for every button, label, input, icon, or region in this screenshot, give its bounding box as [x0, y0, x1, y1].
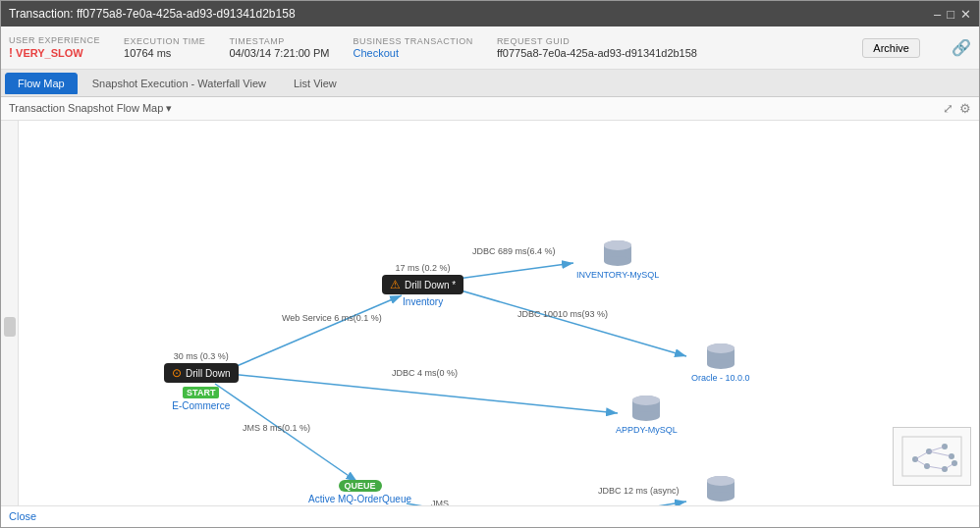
title-bar: Transaction: ff0775a8-7e0a-425a-ad93-d91…	[1, 1, 979, 26]
edge-label-jms-8: JMS 8 ms(0.1 %)	[243, 423, 310, 433]
main-content: JDBC 689 ms(6.4 %) JDBC 10010 ms(93 %) W…	[1, 121, 979, 505]
sub-header-controls: ⤢ ⚙	[943, 101, 971, 116]
svg-point-15	[707, 343, 735, 353]
flow-svg	[19, 121, 979, 505]
execution-time-label: EXECUTION TIME	[124, 36, 205, 46]
svg-line-33	[929, 447, 945, 451]
tab-waterfall[interactable]: Snapshot Execution - Waterfall View	[80, 73, 279, 94]
expand-icon[interactable]: ⤢	[943, 101, 953, 116]
svg-line-35	[915, 459, 927, 466]
user-experience-label: USER EXPERIENCE	[9, 35, 100, 45]
edge-label-jdbc-10010: JDBC 10010 ms(93 %)	[517, 309, 608, 319]
svg-point-19	[632, 396, 660, 405]
svg-line-36	[927, 466, 945, 469]
request-guid-group: REQUEST GUID ff0775a8-7e0a-425a-ad93-d91…	[497, 36, 697, 59]
edge-label-jms: JMS	[431, 499, 449, 505]
tab-bar: Flow Map Snapshot Execution - Waterfall …	[1, 70, 979, 97]
db-appdy-icon	[628, 394, 664, 423]
maximize-button[interactable]: □	[947, 7, 954, 22]
svg-line-32	[915, 451, 929, 459]
minimize-button[interactable]: –	[934, 7, 941, 22]
appdy-mysql-node[interactable]: APPDY-MySQL	[616, 394, 678, 435]
ecommerce-node[interactable]: 30 ms (0.3 %) ⊙ Drill Down START E-Comme…	[164, 351, 239, 411]
svg-point-11	[604, 240, 631, 250]
ecommerce-drill-down[interactable]: ⊙ Drill Down	[164, 363, 239, 383]
edge-label-jdbc-4: JDBC 4 ms(0 %)	[392, 368, 458, 378]
execution-time-group: EXECUTION TIME 10764 ms	[124, 36, 205, 59]
request-guid-value: ff0775a8-7e0a-425a-ad93-d91341d2b158	[497, 47, 697, 59]
left-slider	[1, 121, 19, 505]
ecommerce-start-badge: START	[183, 387, 219, 398]
svg-line-6	[407, 503, 510, 505]
edge-label-jdbc-12: JDBC 12 ms (async)	[598, 486, 680, 496]
queue-badge: QUEUE	[339, 480, 382, 492]
activemq-name: Active MQ-OrderQueue	[308, 494, 411, 504]
db-cylinder-icon	[600, 238, 635, 268]
svg-point-10	[604, 256, 631, 266]
inventory-drill-icon: ⚠	[390, 278, 401, 291]
exclamation-icon: !	[9, 46, 13, 60]
ecommerce-drill-icon: ⊙	[172, 366, 182, 380]
db-cylinder-top-icon	[703, 342, 738, 371]
business-transaction-label: BUSINESS TRANSACTION	[354, 36, 473, 46]
ecommerce-name: E-Commerce	[164, 400, 239, 411]
slider-handle[interactable]	[4, 317, 16, 337]
close-link[interactable]: Close	[9, 510, 36, 522]
business-transaction-value[interactable]: Checkout	[354, 47, 473, 59]
ecommerce-time: 30 ms (0.3 %)	[164, 351, 239, 361]
title-bar-controls: – □ ✕	[934, 7, 971, 22]
mini-map	[893, 427, 971, 486]
flow-canvas[interactable]: JDBC 689 ms(6.4 %) JDBC 10010 ms(93 %) W…	[19, 121, 979, 505]
oracle-bottom-node[interactable]: Oracle - 10.0.0	[691, 474, 750, 505]
edge-label-webservice: Web Service 6 ms(0.1 %)	[282, 313, 382, 323]
timestamp-value: 04/03/14 7:21:00 PM	[229, 47, 329, 59]
db-oracle-bottom-icon	[703, 474, 738, 503]
oracle-top-name: Oracle - 10.0.0	[691, 373, 750, 383]
window-title: Transaction: ff0775a8-7e0a-425a-ad93-d91…	[9, 7, 296, 21]
svg-point-18	[632, 411, 660, 421]
settings-icon[interactable]: ⚙	[959, 101, 971, 116]
sub-header: Transaction Snapshot Flow Map ▾ ⤢ ⚙	[1, 97, 979, 121]
inventory-name: Inventory	[382, 296, 463, 307]
tab-flow-map[interactable]: Flow Map	[5, 73, 78, 94]
business-transaction-group: BUSINESS TRANSACTION Checkout	[354, 36, 473, 59]
timestamp-group: TIMESTAMP 04/03/14 7:21:00 PM	[229, 36, 329, 59]
oracle-top-node[interactable]: Oracle - 10.0.0	[691, 342, 750, 383]
svg-line-2	[451, 263, 573, 280]
info-bar: USER EXPERIENCE ! VERY_SLOW EXECUTION TI…	[1, 26, 979, 70]
app-window: Transaction: ff0775a8-7e0a-425a-ad93-d91…	[0, 0, 980, 528]
svg-line-34	[929, 451, 952, 456]
inventory-drill-down[interactable]: ⚠ Drill Down *	[382, 275, 463, 294]
svg-line-4	[230, 374, 618, 413]
inventory-node[interactable]: 17 ms (0.2 %) ⚠ Drill Down * Inventory	[382, 263, 463, 307]
sub-header-label[interactable]: Transaction Snapshot Flow Map ▾	[9, 102, 172, 115]
svg-point-14	[707, 359, 735, 369]
execution-time-value: 10764 ms	[124, 47, 205, 59]
mini-map-svg	[898, 432, 966, 481]
tab-list-view[interactable]: List View	[281, 73, 350, 94]
footer: Close	[1, 505, 979, 527]
close-button[interactable]: ✕	[960, 7, 971, 22]
inventory-mysql-name: INVENTORY-MySQL	[576, 270, 659, 280]
activemq-node[interactable]: QUEUE Active MQ-OrderQueue	[308, 479, 411, 504]
inventory-time: 17 ms (0.2 %)	[382, 263, 463, 273]
edge-label-jdbc-689: JDBC 689 ms(6.4 %)	[472, 246, 556, 256]
appdy-mysql-name: APPDY-MySQL	[616, 425, 678, 435]
user-experience-value: ! VERY_SLOW	[9, 46, 100, 60]
request-guid-label: REQUEST GUID	[497, 36, 697, 46]
chain-icon[interactable]: 🔗	[952, 38, 971, 57]
svg-line-3	[451, 288, 686, 356]
svg-line-7	[569, 502, 686, 505]
svg-point-23	[707, 476, 735, 486]
user-experience-group: USER EXPERIENCE ! VERY_SLOW	[9, 35, 100, 60]
svg-line-1	[230, 295, 402, 369]
inventory-mysql-node[interactable]: INVENTORY-MySQL	[576, 238, 659, 280]
timestamp-label: TIMESTAMP	[229, 36, 329, 46]
svg-line-37	[945, 463, 954, 469]
archive-button[interactable]: Archive	[862, 38, 920, 58]
svg-point-22	[707, 492, 735, 502]
